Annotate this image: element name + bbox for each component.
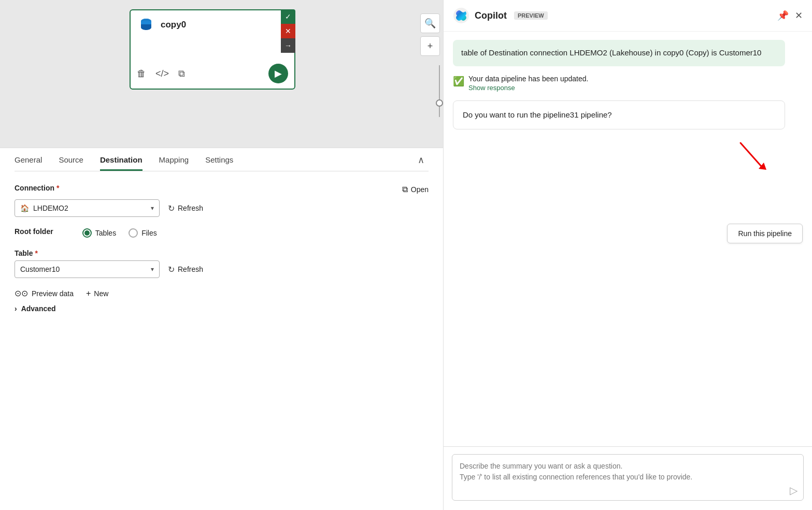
- node-x-icon: ✕: [281, 24, 295, 38]
- advanced-chevron-icon: ›: [15, 304, 17, 313]
- search-tool-button[interactable]: 🔍: [420, 13, 440, 33]
- advanced-label: Advanced: [21, 304, 56, 313]
- tab-source[interactable]: Source: [59, 149, 83, 171]
- tab-destination[interactable]: Destination: [100, 149, 143, 171]
- open-button[interactable]: ⧉ Open: [402, 185, 429, 194]
- config-tabs: General Source Destination Mapping Setti…: [15, 148, 429, 171]
- table-dropdown-arrow: ▾: [151, 266, 154, 273]
- copilot-header-actions: 📌 ✕: [777, 10, 803, 21]
- copilot-message-1: ✅ Your data pipeline has been updated. S…: [453, 75, 803, 92]
- new-button[interactable]: + New: [86, 289, 108, 298]
- run-pipeline-button[interactable]: Run this pipeline: [727, 224, 803, 243]
- copy-icon[interactable]: ⧉: [178, 68, 185, 79]
- send-button[interactable]: ▷: [790, 484, 797, 497]
- node-title: copy0: [161, 20, 186, 30]
- connection-refresh-icon: ↻: [168, 203, 175, 213]
- node-header: copy0: [137, 16, 288, 34]
- copilot-header: Copilot PREVIEW 📌 ✕: [444, 0, 812, 32]
- table-field-group: Table * Customer10 ▾ ↻ Refresh: [15, 249, 429, 278]
- system-text: Your data pipeline has been updated.: [468, 75, 588, 83]
- run-button[interactable]: ▶: [268, 64, 288, 83]
- connection-required-star: *: [56, 184, 59, 192]
- table-refresh-icon: ↻: [168, 265, 175, 274]
- copilot-preview-badge: PREVIEW: [514, 11, 548, 20]
- add-tool-button[interactable]: +: [420, 36, 440, 56]
- connection-dropdown-icon: 🏠: [20, 204, 29, 212]
- tab-mapping[interactable]: Mapping: [159, 149, 189, 171]
- arrow-area: [453, 138, 803, 184]
- new-plus-icon: +: [86, 289, 91, 298]
- copy-node[interactable]: ✓ ✕ → copy0 🗑 </> ⧉ ▶: [130, 9, 295, 90]
- preview-data-button[interactable]: ⊙⊙ Preview data: [15, 288, 74, 298]
- connection-field-group: Connection * ⧉ Open 🏠 LHDEMO2 ▾ ↻: [15, 184, 429, 217]
- delete-icon[interactable]: 🗑: [137, 68, 146, 79]
- svg-point-1: [141, 19, 151, 24]
- connection-label: Connection *: [15, 184, 59, 192]
- tab-settings[interactable]: Settings: [205, 149, 233, 171]
- copilot-messages: table of Destination connection LHDEMO2 …: [444, 32, 812, 446]
- preview-icon: ⊙⊙: [15, 288, 28, 298]
- root-folder-tables-option[interactable]: Tables: [82, 228, 116, 238]
- connection-refresh-button[interactable]: ↻ Refresh: [168, 203, 203, 213]
- canvas-toolbar: 🔍 +: [417, 9, 443, 60]
- pin-button[interactable]: 📌: [777, 10, 789, 21]
- bottom-actions: ⊙⊙ Preview data + New: [15, 288, 429, 298]
- copilot-logo-icon: [453, 7, 469, 24]
- database-icon: [137, 16, 155, 34]
- tables-radio-circle: [82, 228, 92, 238]
- table-refresh-button[interactable]: ↻ Refresh: [168, 265, 203, 274]
- root-folder-radio-group: Tables Files: [82, 228, 157, 238]
- advanced-section[interactable]: › Advanced: [15, 304, 429, 313]
- copilot-input[interactable]: [452, 454, 804, 501]
- copilot-message-2: Do you want to run the pipeline31 pipeli…: [453, 100, 785, 130]
- root-folder-files-option[interactable]: Files: [129, 228, 157, 238]
- copilot-panel: Copilot PREVIEW 📌 ✕ table of Destination…: [443, 0, 812, 510]
- files-radio-circle: [129, 228, 138, 238]
- root-folder-label: Root folder: [15, 227, 53, 236]
- connection-dropdown[interactable]: 🏠 LHDEMO2 ▾: [15, 199, 160, 217]
- node-check-icon: ✓: [281, 9, 295, 24]
- copilot-message-0: table of Destination connection LHDEMO2 …: [453, 40, 785, 66]
- connection-dropdown-value: LHDEMO2: [33, 204, 147, 212]
- close-button[interactable]: ✕: [795, 10, 803, 21]
- copilot-input-area: ▷: [444, 446, 812, 510]
- root-folder-field-group: Root folder Tables Files: [15, 227, 429, 239]
- zoom-slider[interactable]: [439, 65, 440, 117]
- copilot-title: Copilot: [475, 10, 507, 21]
- table-dropdown-value: Customer10: [20, 265, 147, 273]
- red-arrow-icon: [730, 138, 772, 179]
- table-label: Table *: [15, 249, 429, 257]
- node-arrow-right-icon: →: [281, 38, 295, 53]
- open-external-icon: ⧉: [402, 185, 408, 194]
- node-icons: 🗑 </> ⧉ ▶: [137, 57, 288, 83]
- table-dropdown[interactable]: Customer10 ▾: [15, 260, 160, 278]
- left-panel: ✓ ✕ → copy0 🗑 </> ⧉ ▶: [0, 0, 443, 510]
- svg-line-3: [740, 143, 761, 166]
- system-check-icon: ✅: [453, 76, 464, 87]
- config-panel: General Source Destination Mapping Setti…: [0, 148, 443, 510]
- collapse-button[interactable]: ∧: [414, 150, 429, 170]
- show-response-link[interactable]: Show response: [468, 84, 515, 92]
- table-required-star: *: [35, 249, 38, 257]
- tab-general[interactable]: General: [15, 149, 42, 171]
- code-icon[interactable]: </>: [155, 68, 169, 79]
- connection-dropdown-arrow: ▾: [151, 205, 154, 212]
- canvas-area: ✓ ✕ → copy0 🗑 </> ⧉ ▶: [0, 0, 443, 148]
